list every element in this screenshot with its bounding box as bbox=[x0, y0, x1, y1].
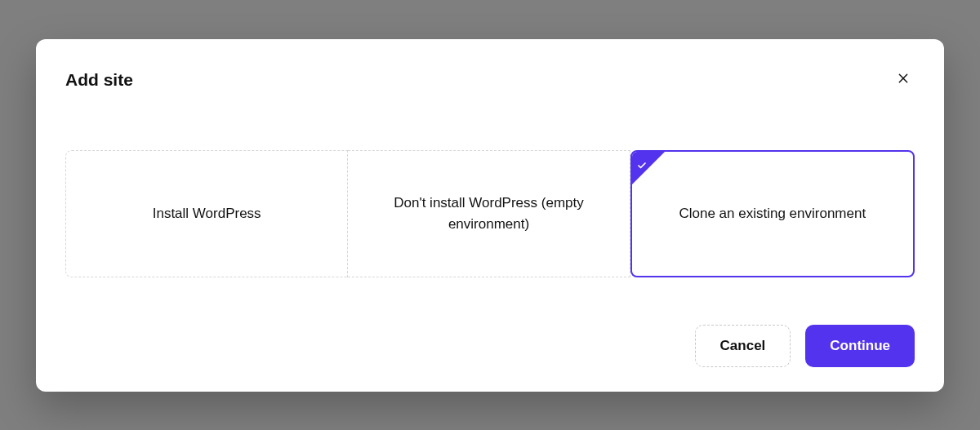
dialog-title: Add site bbox=[65, 70, 133, 90]
close-icon bbox=[897, 72, 910, 87]
option-label: Clone an existing environment bbox=[679, 203, 866, 224]
option-label: Install WordPress bbox=[153, 203, 261, 224]
install-options: Install WordPress Don't install WordPres… bbox=[65, 150, 915, 277]
add-site-dialog: Add site Install WordPress Don't install… bbox=[36, 39, 944, 392]
cancel-button[interactable]: Cancel bbox=[695, 325, 791, 367]
dialog-footer: Cancel Continue bbox=[65, 308, 915, 367]
dialog-header: Add site bbox=[65, 69, 915, 91]
close-button[interactable] bbox=[892, 69, 915, 91]
continue-button[interactable]: Continue bbox=[805, 325, 915, 367]
check-icon bbox=[637, 156, 647, 177]
option-install-wordpress[interactable]: Install WordPress bbox=[65, 150, 348, 277]
option-label: Don't install WordPress (empty environme… bbox=[371, 193, 606, 234]
option-clone-environment[interactable]: Clone an existing environment bbox=[630, 150, 915, 277]
option-empty-environment[interactable]: Don't install WordPress (empty environme… bbox=[348, 150, 630, 277]
